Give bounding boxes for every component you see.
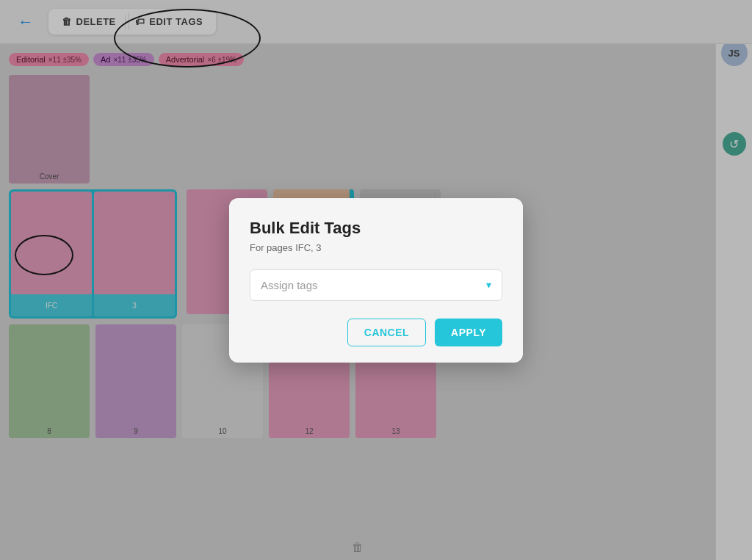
modal-actions: CANCEL APPLY bbox=[250, 319, 502, 346]
apply-button[interactable]: APPLY bbox=[435, 319, 502, 346]
cancel-button[interactable]: CANCEL bbox=[347, 319, 426, 346]
assign-tags-placeholder: Assign tags bbox=[261, 279, 318, 291]
assign-tags-select[interactable]: Assign tags ▾ bbox=[250, 269, 502, 301]
dropdown-arrow-icon: ▾ bbox=[486, 279, 491, 291]
modal-overlay: Bulk Edit Tags For pages IFC, 3 Assign t… bbox=[0, 0, 752, 560]
bulk-edit-modal: Bulk Edit Tags For pages IFC, 3 Assign t… bbox=[229, 198, 523, 363]
modal-title: Bulk Edit Tags bbox=[250, 219, 502, 238]
modal-subtitle: For pages IFC, 3 bbox=[250, 242, 502, 253]
